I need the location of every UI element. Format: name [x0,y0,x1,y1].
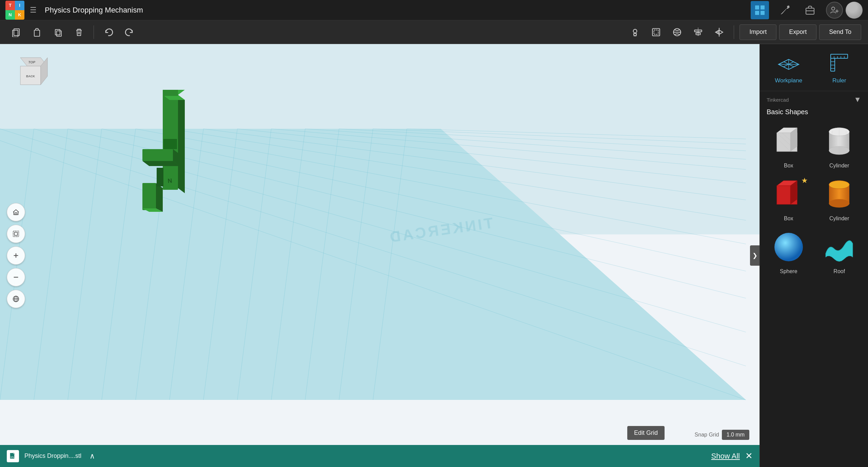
logo-cell-n: N [5,10,15,20]
svg-rect-63 [13,231,19,237]
file-expand-button[interactable]: ∧ [90,452,95,461]
shape-sphere-blue[interactable]: Sphere [767,228,811,275]
stl-file-icon: STL [9,452,17,460]
svg-rect-13 [57,31,61,36]
svg-rect-19 [654,30,658,34]
paste-button[interactable] [28,23,46,41]
briefcase-button[interactable] [801,1,819,19]
shapes-category-header: Tinkercad ▼ [760,91,868,108]
ruler-label: Ruler [832,77,846,84]
align-button[interactable] [689,23,707,41]
shape-box-white[interactable]: Box [767,123,811,169]
edit-grid-button[interactable]: Edit Grid [627,426,665,440]
shape-cylinder-white[interactable]: Cylinder [817,123,862,169]
send-to-button[interactable]: Send To [819,24,861,40]
svg-text:N: N [167,177,173,184]
svg-rect-64 [14,232,17,235]
copy-icon [11,27,21,37]
cylinder-white-label: Cylinder [829,163,849,169]
svg-marker-72 [178,95,185,193]
collapse-arrow-icon: ❯ [752,252,757,259]
tinkercad-logo[interactable]: T I N K [5,1,24,20]
view-cube[interactable]: TOP BACK [10,54,51,95]
shapes-dropdown-button[interactable]: ▼ [854,95,861,104]
delete-icon [74,27,84,37]
show-all-button[interactable]: Show All [711,452,740,461]
mirror-button[interactable] [710,23,728,41]
duplicate-button[interactable] [49,23,67,41]
fit-button[interactable] [7,225,25,243]
toolbar-separator-2 [734,25,734,39]
perspective-icon [12,295,20,303]
svg-point-124 [774,233,803,261]
zoom-out-button[interactable] [7,268,25,286]
roof-cyan-icon [822,230,856,264]
svg-rect-11 [34,30,40,36]
cylinder-white-icon-container [821,123,858,160]
shape-outline-button[interactable] [647,23,665,41]
export-button[interactable]: Export [779,24,816,40]
shape-outline-icon [651,27,661,37]
svg-text:TOP: TOP [28,60,36,64]
light-button[interactable] [626,23,644,41]
undo-icon [104,27,113,37]
top-right-icons [751,1,863,19]
ruler-icon-container [827,51,851,75]
collapse-panel-button[interactable]: ❯ [750,245,760,266]
hamburger-menu[interactable]: ☰ [30,6,37,15]
ruler-tool[interactable]: Ruler [817,51,862,84]
import-button[interactable]: Import [739,24,776,40]
svg-point-16 [633,29,637,33]
snap-grid-control: Snap Grid 1.0 mm [695,430,749,440]
cylinder-orange-icon [822,177,856,211]
solid-button[interactable] [668,23,686,41]
box-white-label: Box [784,163,793,169]
cylinder-white-icon [822,124,856,158]
left-controls [7,203,25,308]
close-bar-button[interactable]: ✕ [745,451,753,461]
svg-rect-96 [831,58,835,71]
workplane-tool[interactable]: Workplane [767,51,811,84]
sphere-blue-icon [772,230,806,264]
shape-roof-cyan[interactable]: Roof [817,228,862,275]
svg-rect-3 [761,11,765,15]
workplane-grid [0,44,760,467]
delete-button[interactable] [70,23,88,41]
logo-cell-t: T [5,1,15,10]
fit-icon [12,230,20,238]
svg-text:BACK: BACK [26,75,35,78]
workplane-icon-container [777,51,801,75]
roof-cyan-icon-container [821,228,858,266]
shape-box-red[interactable]: ★ Box [767,176,811,222]
toolbar: Import Export Send To [0,20,868,44]
panel-tools: Workplane [760,44,868,91]
project-title: Physics Dropping Mechanism [45,6,745,15]
sphere-blue-icon-container [770,228,807,266]
shape-cylinder-orange[interactable]: Cylinder [817,176,862,222]
copy-button[interactable] [7,23,25,41]
box-white-icon [772,124,806,158]
add-user-button[interactable] [826,2,843,19]
zoom-in-icon [12,252,20,259]
home-button[interactable] [7,203,25,221]
svg-rect-12 [55,29,60,35]
perspective-button[interactable] [7,290,25,308]
paste-icon [32,27,42,37]
zoom-in-button[interactable] [7,246,25,265]
avatar-image [846,2,863,19]
snap-grid-value[interactable]: 1.0 mm [722,430,749,440]
viewport[interactable]: TINKERCAD TOP BACK [0,44,760,467]
workplane-icon [777,51,801,75]
box-red-label: Box [784,216,793,222]
bottom-right-area: Show All ✕ [711,451,753,461]
redo-button[interactable] [120,23,139,41]
briefcase-icon [805,5,815,16]
shapes-section-title: Basic Shapes [760,108,868,119]
avatar[interactable] [846,2,863,19]
light-icon [630,27,640,37]
grid-view-button[interactable] [751,1,769,19]
roof-cyan-label: Roof [833,268,845,275]
pickaxe-button[interactable] [776,1,794,19]
undo-button[interactable] [99,23,118,41]
3d-object: N [132,88,214,224]
